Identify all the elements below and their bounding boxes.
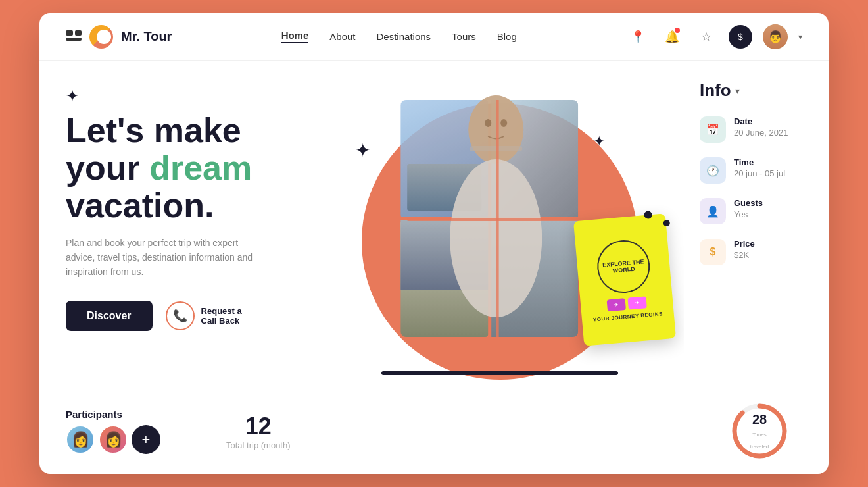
guests-label: Guests <box>734 198 763 208</box>
logo-area: Mr. Tour <box>66 25 172 49</box>
user-avatar: 👨 <box>763 24 788 49</box>
cta-row: Discover 📞 Request aCall Back <box>66 301 289 331</box>
info-header: Info ▾ <box>700 80 813 101</box>
flyer-tickets: ✈ ✈ <box>607 296 647 311</box>
svg-point-0 <box>468 95 523 164</box>
nav-destinations[interactable]: Destinations <box>377 31 431 42</box>
time-icon-box: 🕐 <box>700 157 726 184</box>
star-icon: ☆ <box>701 30 711 44</box>
circle-label: Timestraveled <box>750 432 769 449</box>
date-text: Date 20 June, 2021 <box>734 116 788 138</box>
avatar-chevron-icon: ▾ <box>798 32 802 41</box>
nav-home[interactable]: Home <box>281 30 309 43</box>
phone-icon-wrap: 📞 <box>166 301 195 330</box>
nav-actions: 📍 🔔 ☆ $ 👨 ▾ <box>626 24 802 49</box>
participant-avatar-1: 👩 <box>66 425 95 454</box>
avatar-button[interactable]: 👨 <box>763 24 788 49</box>
star-button[interactable]: ☆ <box>694 25 718 49</box>
hero-title: Let's make your dream vacation. <box>66 112 289 225</box>
calendar-icon: 📅 <box>706 124 719 136</box>
grid-cell <box>66 30 73 36</box>
hero-title-line3: vacation. <box>66 186 214 224</box>
svg-rect-4 <box>470 146 522 151</box>
guests-value: Yes <box>734 209 763 219</box>
person-overlay <box>430 93 562 344</box>
notification-dot <box>675 28 680 33</box>
info-time-item: 🕐 Time 20 jun - 05 jul <box>700 157 813 184</box>
price-label: Price <box>734 239 755 249</box>
hero-title-line2: your dream <box>66 149 252 187</box>
participants-section: Participants 👩 👩 + <box>66 409 160 454</box>
circle-center: 28 Timestraveled <box>750 412 769 451</box>
grid-cell <box>75 30 82 36</box>
hero-dream-word: dream <box>149 149 252 187</box>
svg-point-1 <box>450 159 542 317</box>
flyer-bottom-text: YOUR JOURNEY BEGINS <box>593 311 663 322</box>
dollar-icon: $ <box>710 246 716 258</box>
time-value: 20 jun - 05 jul <box>734 168 785 178</box>
ticket-2: ✈ <box>627 296 646 309</box>
guests-text: Guests Yes <box>734 198 763 219</box>
price-text: Price $2K <box>734 239 755 260</box>
flyer-dot-2 <box>663 220 670 227</box>
callback-label: Request aCall Back <box>201 306 242 326</box>
deco-star-left: ✦ <box>66 87 289 105</box>
ticket-1: ✈ <box>607 298 626 311</box>
location-icon: 📍 <box>631 30 645 44</box>
total-trips-number: 12 <box>226 413 291 440</box>
guests-icon: 👤 <box>706 205 719 218</box>
phone-icon: 📞 <box>173 309 187 323</box>
time-label: Time <box>734 157 785 167</box>
hero-title-line1: Let's make <box>66 111 241 149</box>
price-value: $2K <box>734 250 755 260</box>
info-title: Info <box>700 80 731 101</box>
participant-avatar-2: 👩 <box>99 425 128 454</box>
grid-icon <box>66 30 82 43</box>
avatars-row: 👩 👩 + <box>66 425 160 454</box>
discover-button[interactable]: Discover <box>66 301 153 331</box>
coin-button[interactable]: $ <box>729 25 752 49</box>
price-icon-box: $ <box>700 239 726 265</box>
flyer-dot-1 <box>644 211 652 219</box>
nav-tours[interactable]: Tours <box>452 31 476 42</box>
times-traveled-section: 28 Timestraveled <box>730 401 789 461</box>
flyer-card: EXPLORE THE WORLD ✈ ✈ YOUR JOURNEY BEGIN… <box>573 213 676 346</box>
deco-star-1: ✦ <box>355 140 370 161</box>
grid-cell <box>66 38 82 41</box>
date-label: Date <box>734 116 788 126</box>
clock-icon: 🕐 <box>706 165 719 177</box>
stats-row: Participants 👩 👩 + 12 Total trip (month) <box>39 395 829 474</box>
svg-point-2 <box>485 119 491 127</box>
circle-number: 28 <box>750 412 769 427</box>
svg-point-3 <box>500 119 507 127</box>
guests-icon-box: 👤 <box>700 198 726 224</box>
nav-blog[interactable]: Blog <box>497 31 517 42</box>
nav-about[interactable]: About <box>329 31 355 42</box>
hero-section: ✦ Let's make your dream vacation. Plan a… <box>39 61 316 395</box>
total-trips-label: Total trip (month) <box>226 440 291 450</box>
hero-subtitle: Plan and book your perfect trip with exp… <box>66 236 263 280</box>
participants-label: Participants <box>66 409 160 420</box>
brand-logo-icon <box>89 25 113 49</box>
info-price-item: $ Price $2K <box>700 239 813 265</box>
flyer-circle-text: EXPLORE THE WORLD <box>595 238 652 295</box>
info-guests-item: 👤 Guests Yes <box>700 198 813 224</box>
time-text: Time 20 jun - 05 jul <box>734 157 785 178</box>
navbar: Mr. Tour Home About Destinations Tours B… <box>39 13 829 61</box>
info-date-item: 📅 Date 20 June, 2021 <box>700 116 813 143</box>
hero-visual: ✦ ✦ ✦ ✦ <box>316 61 684 395</box>
add-participant-button[interactable]: + <box>132 425 160 454</box>
photo-collage <box>400 100 591 376</box>
brand-name: Mr. Tour <box>121 29 172 44</box>
info-chevron-icon[interactable]: ▾ <box>735 86 740 96</box>
callback-button[interactable]: 📞 Request aCall Back <box>166 301 242 330</box>
date-value: 20 June, 2021 <box>734 128 788 138</box>
nav-links: Home About Destinations Tours Blog <box>281 30 517 43</box>
person-svg <box>430 93 562 344</box>
total-trips-section: 12 Total trip (month) <box>226 413 291 450</box>
info-panel: Info ▾ 📅 Date 20 June, 2021 🕐 Tim <box>684 61 829 395</box>
coin-icon: $ <box>738 32 743 42</box>
notification-button[interactable]: 🔔 <box>660 25 684 49</box>
location-button[interactable]: 📍 <box>626 25 650 49</box>
date-icon-box: 📅 <box>700 116 726 143</box>
